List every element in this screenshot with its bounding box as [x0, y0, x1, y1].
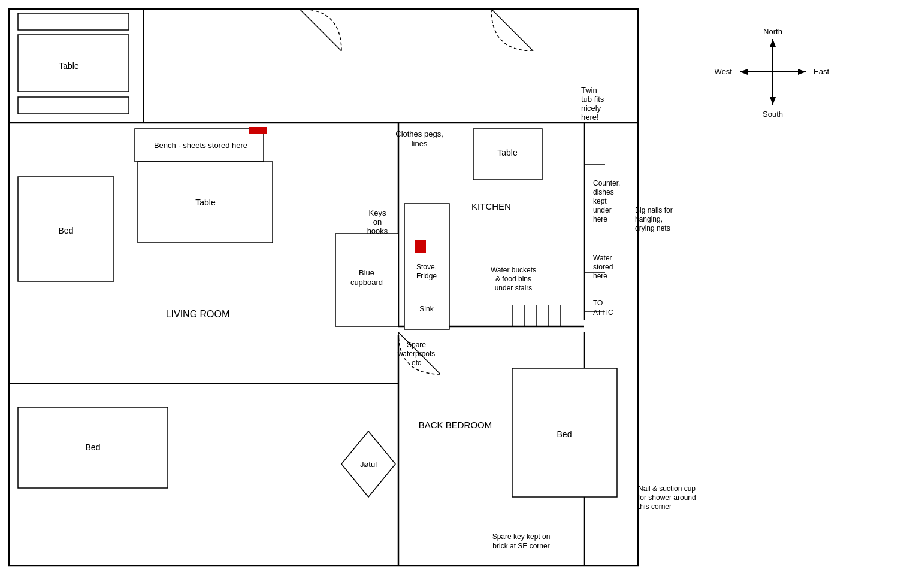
nail-suction-label: Nail & suction cup	[638, 484, 696, 493]
kitchen-label: KITCHEN	[471, 201, 511, 211]
west-label: West	[715, 67, 733, 76]
north-label: North	[763, 27, 782, 36]
table-top-left-label: Table	[59, 61, 79, 71]
south-label: South	[763, 110, 783, 119]
counter-label3: kept	[593, 197, 607, 205]
bench-label: Bench - sheets stored here	[154, 141, 247, 150]
water-buckets-label: Water buckets	[491, 266, 536, 274]
keys-label3: hooks	[367, 226, 388, 235]
svg-marker-41	[740, 69, 748, 75]
table-kitchen-label: Table	[497, 148, 518, 157]
twin-tub-label3: nicely	[581, 104, 601, 113]
svg-rect-3	[18, 13, 129, 30]
counter-label2: dishes	[593, 188, 614, 196]
clothes-pegs-label2: lines	[412, 139, 428, 148]
to-attic-label2: ATTIC	[593, 308, 613, 317]
water-stored-label3: here	[593, 272, 607, 280]
back-bedroom-label: BACK BEDROOM	[419, 420, 492, 430]
keys-label2: on	[373, 217, 382, 226]
bed-back-label: Bed	[557, 429, 572, 439]
bed-upper-label: Bed	[59, 226, 74, 235]
floorplan: Table	[0, 0, 913, 588]
counter-label5: here	[593, 215, 607, 223]
svg-rect-5	[18, 97, 129, 114]
svg-marker-38	[770, 39, 776, 47]
big-nails-label: Big nails for	[635, 206, 673, 214]
spare-key-label2: brick at SE corner	[492, 542, 549, 550]
counter-label4: under	[593, 206, 612, 214]
living-room-label: LIVING ROOM	[166, 309, 230, 319]
nail-suction-label3: this corner	[638, 502, 672, 511]
east-label: East	[814, 67, 829, 76]
spare-waterproofs-label: Spare	[407, 341, 426, 349]
spare-waterproofs-label2: waterproofs	[397, 350, 436, 358]
svg-rect-19	[249, 127, 267, 134]
blue-cupboard-label2: cupboard	[350, 278, 383, 287]
twin-tub-label: Twin	[581, 86, 597, 95]
clothes-pegs-label: Clothes pegs,	[395, 129, 443, 138]
nail-suction-label2: for shower around	[638, 493, 696, 502]
sink-label: Sink	[419, 305, 434, 313]
to-attic-label: TO	[593, 299, 603, 307]
table-living-label: Table	[195, 198, 216, 207]
counter-label: Counter,	[593, 179, 620, 187]
svg-rect-26	[415, 240, 426, 253]
spare-key-label: Spare key kept on	[492, 532, 551, 541]
water-buckets-label3: under stairs	[495, 284, 533, 292]
big-nails-label2: hanging,	[635, 215, 663, 223]
stove-fridge-label2: Fridge	[416, 272, 437, 280]
water-stored-label2: stored	[593, 263, 613, 271]
twin-tub-label4: here!	[581, 113, 599, 122]
svg-marker-39	[770, 97, 776, 105]
bed-lower-label: Bed	[86, 442, 101, 452]
twin-tub-label2: tub fits	[581, 95, 604, 104]
jotul-label: Jøtul	[360, 460, 377, 469]
stove-fridge-label: Stove,	[416, 263, 437, 271]
big-nails-label3: drying nets	[635, 224, 670, 232]
water-stored-label: Water	[593, 254, 612, 262]
svg-marker-40	[798, 69, 806, 75]
spare-waterproofs-label3: etc	[412, 359, 421, 367]
keys-label: Keys	[369, 208, 386, 217]
water-buckets-label2: & food bins	[495, 275, 531, 283]
blue-cupboard-label: Blue	[359, 268, 374, 277]
